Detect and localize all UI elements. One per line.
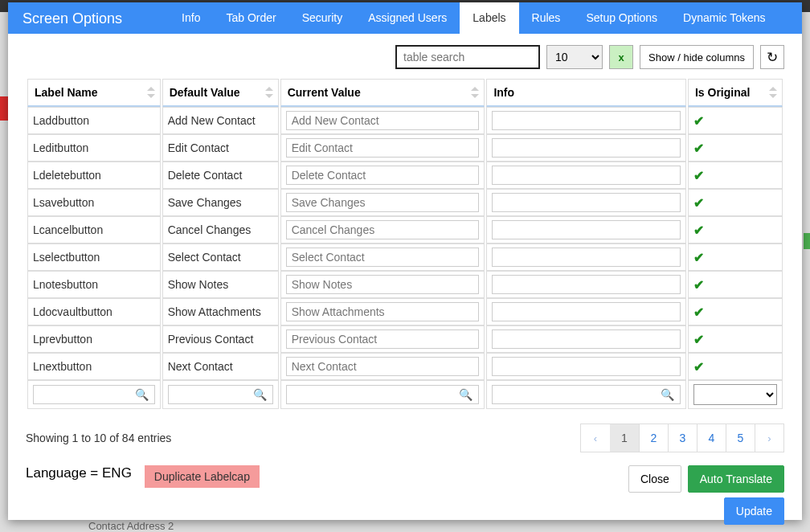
col-header-current-value[interactable]: Current Value: [280, 79, 485, 107]
check-icon: ✔: [693, 305, 704, 319]
tab-security[interactable]: Security: [289, 2, 356, 34]
duplicate-labelcap-button[interactable]: Duplicate Labelcap: [145, 465, 260, 488]
table-row: LnotesbuttonShow Notes✔: [27, 271, 783, 298]
input-info[interactable]: [492, 275, 681, 294]
cell-default-value: Show Notes: [162, 271, 279, 298]
check-icon: ✔: [693, 196, 704, 210]
pager-page-4[interactable]: 4: [697, 424, 726, 452]
cell-is-original: ✔: [688, 189, 783, 216]
cell-label-name: Lnextbutton: [27, 353, 161, 380]
input-info[interactable]: [492, 111, 681, 130]
export-excel-button[interactable]: x: [609, 45, 633, 69]
col-header-label-name[interactable]: Label Name: [27, 79, 161, 107]
input-info[interactable]: [492, 357, 681, 376]
cell-default-value: Add New Contact: [162, 107, 279, 134]
input-current-value[interactable]: [286, 111, 480, 130]
cell-is-original: ✔: [688, 353, 783, 380]
show-hide-columns-button[interactable]: Show / hide columns: [640, 45, 754, 69]
filter-info[interactable]: [492, 385, 681, 404]
cell-default-value: Delete Contact: [162, 162, 279, 189]
update-button[interactable]: Update: [724, 497, 784, 525]
labels-table: Label Name Default Value Current Value I…: [26, 79, 784, 409]
cell-is-original: ✔: [688, 243, 783, 271]
table-row: LaddbuttonAdd New Contact✔: [27, 107, 783, 134]
check-icon: ✔: [693, 141, 704, 155]
filter-current-value[interactable]: [286, 385, 480, 404]
sort-icon: [147, 87, 155, 98]
input-info[interactable]: [492, 302, 681, 321]
cell-default-value: Select Contact: [162, 243, 279, 271]
filter-is-original[interactable]: [693, 384, 777, 405]
input-info[interactable]: [492, 193, 681, 212]
sort-icon: [471, 87, 479, 98]
check-icon: ✔: [693, 360, 704, 374]
sort-icon: [769, 87, 777, 98]
tab-assigned-users[interactable]: Assigned Users: [355, 2, 460, 34]
check-icon: ✔: [693, 251, 704, 264]
table-search-input[interactable]: [395, 45, 540, 69]
language-label: Language = ENG: [26, 465, 132, 481]
cell-default-value: Cancel Changes: [162, 216, 279, 243]
refresh-button[interactable]: ↻: [760, 45, 784, 69]
tab-tab-order[interactable]: Tab Order: [213, 2, 288, 34]
filter-label-name[interactable]: [33, 385, 155, 404]
cell-default-value: Next Contact: [162, 353, 279, 380]
pager-prev[interactable]: ‹: [581, 424, 610, 452]
input-info[interactable]: [492, 329, 681, 349]
cell-is-original: ✔: [688, 325, 783, 353]
pager-page-3[interactable]: 3: [668, 424, 697, 452]
modal-tabs: Screen Options InfoTab OrderSecurityAssi…: [8, 2, 802, 34]
table-row: LprevbuttonPrevious Contact✔: [27, 325, 783, 353]
table-row: LdocvaultbuttonShow Attachments✔: [27, 298, 783, 325]
input-info[interactable]: [492, 138, 681, 158]
table-row: LsavebuttonSave Changes✔: [27, 189, 783, 216]
cell-default-value: Show Attachments: [162, 298, 279, 325]
input-info[interactable]: [492, 166, 681, 185]
input-info[interactable]: [492, 248, 681, 267]
tab-dynamic-tokens[interactable]: Dynamic Tokens: [670, 2, 778, 34]
col-header-is-original[interactable]: Is Original: [688, 79, 783, 107]
cell-is-original: ✔: [688, 298, 783, 325]
refresh-icon: ↻: [767, 49, 778, 66]
table-row: LnextbuttonNext Contact✔: [27, 353, 783, 380]
cell-default-value: Save Changes: [162, 189, 279, 216]
check-icon: ✔: [693, 278, 704, 292]
input-current-value[interactable]: [286, 302, 480, 321]
table-row: LdeletebuttonDelete Contact✔: [27, 162, 783, 189]
cell-is-original: ✔: [688, 216, 783, 243]
input-current-value[interactable]: [286, 357, 480, 376]
input-current-value[interactable]: [286, 275, 480, 294]
check-icon: ✔: [693, 223, 704, 237]
pager-next[interactable]: ›: [755, 424, 783, 452]
tab-rules[interactable]: Rules: [519, 2, 574, 34]
tab-info[interactable]: Info: [169, 2, 213, 34]
col-header-default-value[interactable]: Default Value: [162, 79, 279, 107]
check-icon: ✔: [693, 114, 704, 128]
input-current-value[interactable]: [286, 166, 480, 185]
pager-page-5[interactable]: 5: [726, 424, 755, 452]
input-current-value[interactable]: [286, 248, 480, 267]
input-current-value[interactable]: [286, 138, 480, 158]
pager-page-1[interactable]: 1: [610, 424, 639, 452]
tab-setup-options[interactable]: Setup Options: [573, 2, 670, 34]
check-icon: ✔: [693, 169, 704, 182]
cell-label-name: Lprevbutton: [27, 325, 161, 353]
input-current-value[interactable]: [286, 329, 480, 349]
input-current-value[interactable]: [286, 220, 480, 239]
showing-entries-text: Showing 1 to 10 of 84 entries: [26, 432, 171, 444]
filter-default-value[interactable]: [168, 385, 273, 404]
input-current-value[interactable]: [286, 193, 480, 212]
tab-labels[interactable]: Labels: [460, 2, 518, 34]
close-button[interactable]: Close: [628, 465, 681, 493]
cell-is-original: ✔: [688, 134, 783, 162]
cell-default-value: Edit Contact: [162, 134, 279, 162]
cell-label-name: Lnotesbutton: [27, 271, 161, 298]
input-info[interactable]: [492, 220, 681, 239]
excel-icon: x: [618, 51, 624, 63]
auto-translate-button[interactable]: Auto Translate: [688, 465, 784, 493]
page-size-select[interactable]: 10: [546, 45, 603, 69]
cell-label-name: Lselectbutton: [27, 243, 161, 271]
cell-label-name: Leditbutton: [27, 134, 161, 162]
col-header-info[interactable]: Info: [486, 79, 686, 107]
pager-page-2[interactable]: 2: [639, 424, 668, 452]
